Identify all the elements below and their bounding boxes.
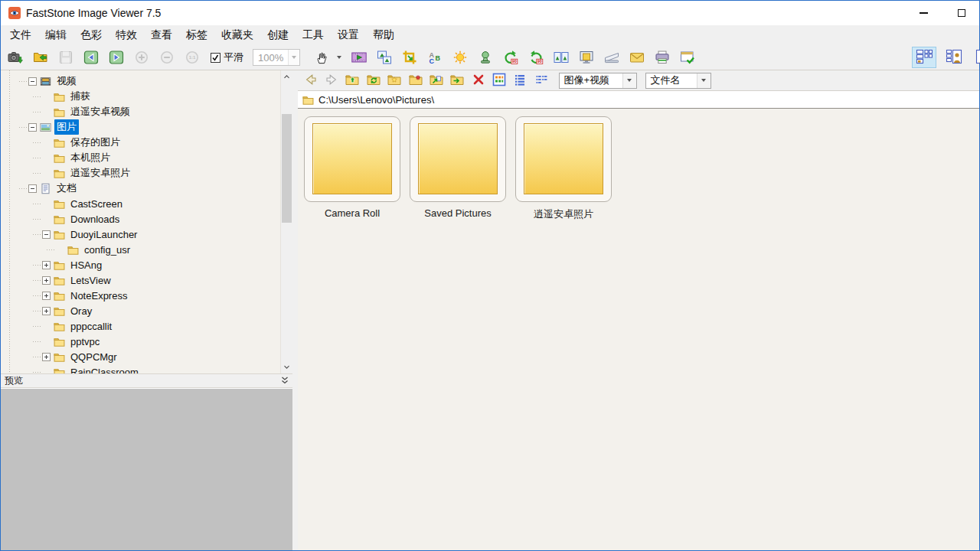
- tree-item-pptvpc[interactable]: pptvpc: [1, 334, 280, 349]
- zoom-out-button[interactable]: [158, 47, 176, 68]
- layout-fullscreen-button[interactable]: [972, 47, 980, 68]
- slideshow-button[interactable]: [350, 47, 368, 68]
- tree-item-Oray[interactable]: Oray: [1, 303, 280, 318]
- menu-item-8[interactable]: 创建: [260, 26, 296, 44]
- zoom-level-select[interactable]: 100%: [253, 49, 300, 66]
- preview-title: 预览: [5, 374, 281, 387]
- minimize-button[interactable]: [915, 5, 932, 21]
- hand-tool-button[interactable]: [313, 47, 332, 68]
- sort-by-select[interactable]: 文件名: [645, 73, 711, 89]
- folder-refresh-button[interactable]: [365, 72, 381, 90]
- folder-thumbnail-Camera Roll[interactable]: [304, 116, 400, 202]
- file-type-filter-select-dropdown-icon[interactable]: [622, 73, 636, 88]
- nav-forward-button[interactable]: [324, 72, 340, 90]
- expand-icon[interactable]: [42, 307, 51, 315]
- tree-item-DuoyiLauncher[interactable]: DuoyiLauncher: [1, 227, 280, 242]
- delete-button[interactable]: [470, 72, 486, 90]
- folder-up-button[interactable]: [345, 72, 361, 90]
- folder-tree-panel: 视频捕获逍遥安卓视频图片保存的图片本机照片逍遥安卓照片文档CastScreenD…: [1, 70, 292, 550]
- address-bar[interactable]: C:\Users\Lenovo\Pictures\: [298, 91, 979, 109]
- menu-item-9[interactable]: 工具: [296, 26, 331, 44]
- tree-item-保存的图片[interactable]: 保存的图片: [1, 135, 280, 150]
- open-folder-button[interactable]: [31, 47, 50, 68]
- tree-item-HSAng[interactable]: HSAng: [1, 257, 280, 272]
- scroll-up-icon[interactable]: [281, 70, 292, 83]
- collapse-icon[interactable]: [42, 230, 51, 239]
- wallpaper-button[interactable]: [577, 47, 596, 68]
- menu-item-3[interactable]: 色彩: [74, 26, 109, 44]
- tree-item-捕获[interactable]: 捕获: [1, 89, 280, 104]
- tree-item-pppccallit[interactable]: pppccallit: [1, 318, 280, 334]
- adjust-lighting-button[interactable]: [451, 47, 469, 68]
- tree-item-逍遥安卓视频[interactable]: 逍遥安卓视频: [1, 104, 280, 119]
- adjust-colors-button[interactable]: ACB: [426, 47, 444, 68]
- smooth-checkbox[interactable]: 平滑: [211, 51, 243, 64]
- view-thumbnails-button[interactable]: [492, 72, 508, 90]
- crop-button[interactable]: [400, 47, 419, 68]
- collapse-preview-icon[interactable]: [281, 374, 289, 388]
- tree-item-CastScreen[interactable]: CastScreen: [1, 196, 280, 211]
- move-to-folder-button[interactable]: [449, 72, 466, 90]
- scrollbar-thumb[interactable]: [282, 114, 292, 223]
- maximize-button[interactable]: [953, 5, 970, 21]
- print-button[interactable]: [653, 47, 671, 68]
- menu-item-5[interactable]: 查看: [144, 26, 179, 44]
- email-button[interactable]: [628, 47, 646, 68]
- sort-by-select-dropdown-icon[interactable]: [697, 73, 710, 88]
- copy-to-folder-button[interactable]: [428, 72, 444, 90]
- resize-button[interactable]: [375, 47, 394, 68]
- folder-new-button[interactable]: [407, 72, 423, 90]
- menu-item-6[interactable]: 标签: [179, 26, 214, 44]
- previous-image-icon: [83, 50, 99, 65]
- layout-viewer-button[interactable]: [942, 47, 966, 68]
- import-photos-button[interactable]: [6, 47, 24, 68]
- folder-thumbnail-Saved Pictures[interactable]: [410, 116, 506, 202]
- menu-item-1[interactable]: 文件: [3, 26, 38, 44]
- tree-item-config_usr[interactable]: config_usr: [1, 242, 280, 257]
- compare-button[interactable]: [552, 47, 570, 68]
- tree-item-文档[interactable]: 文档: [1, 181, 280, 196]
- menu-item-11[interactable]: 帮助: [366, 26, 401, 44]
- tree-item-本机照片[interactable]: 本机照片: [1, 150, 280, 165]
- tree-item-逍遥安卓照片[interactable]: 逍遥安卓照片: [1, 165, 280, 181]
- collapse-icon[interactable]: [28, 184, 37, 193]
- tree-item-Downloads[interactable]: Downloads: [1, 211, 280, 227]
- folder-thumbnail-逍遥安卓照片[interactable]: [515, 116, 612, 202]
- nav-back-button[interactable]: [302, 72, 318, 90]
- menu-item-2[interactable]: 编辑: [38, 26, 74, 44]
- rotate-right-button[interactable]: 90: [527, 47, 545, 68]
- expand-icon[interactable]: [42, 276, 51, 285]
- tree-item-NoteExpress[interactable]: NoteExpress: [1, 288, 280, 303]
- tree-item-RainClassroom[interactable]: RainClassroom: [1, 364, 280, 373]
- tree-item-LetsView[interactable]: LetsView: [1, 272, 280, 288]
- view-list-button[interactable]: [533, 72, 549, 90]
- scan-button[interactable]: [603, 47, 621, 68]
- zoom-in-button[interactable]: [132, 47, 151, 68]
- hand-tool-dropdown-icon[interactable]: [337, 56, 341, 59]
- scroll-down-icon[interactable]: [281, 361, 292, 373]
- save-as-button[interactable]: [57, 47, 75, 68]
- next-image-button[interactable]: [107, 47, 126, 68]
- layout-browser-button[interactable]: [912, 47, 936, 68]
- panel-splitter[interactable]: [292, 70, 298, 550]
- file-type-filter-select[interactable]: 图像+视频: [559, 73, 637, 89]
- menu-item-4[interactable]: 特效: [109, 26, 144, 44]
- tree-item-视频[interactable]: 视频: [1, 73, 280, 89]
- menu-item-10[interactable]: 设置: [331, 26, 366, 44]
- previous-image-button[interactable]: [82, 47, 100, 68]
- actual-size-button[interactable]: 1:1: [183, 47, 201, 68]
- clone-stamp-button[interactable]: [476, 47, 495, 68]
- tree-item-QQPCMgr[interactable]: QQPCMgr: [1, 349, 280, 364]
- tree-scrollbar[interactable]: [280, 70, 292, 373]
- expand-icon[interactable]: [42, 261, 51, 269]
- screen-settings-button[interactable]: [678, 47, 697, 68]
- expand-icon[interactable]: [42, 353, 51, 361]
- collapse-icon[interactable]: [28, 77, 37, 86]
- tree-item-图片[interactable]: 图片: [1, 119, 280, 135]
- expand-icon[interactable]: [42, 292, 51, 300]
- rotate-left-button[interactable]: 90: [501, 47, 520, 68]
- view-details-button[interactable]: [512, 72, 528, 90]
- menu-item-7[interactable]: 收藏夹: [214, 26, 260, 44]
- collapse-icon[interactable]: [28, 123, 37, 132]
- folder-favorites-button[interactable]: [387, 72, 403, 90]
